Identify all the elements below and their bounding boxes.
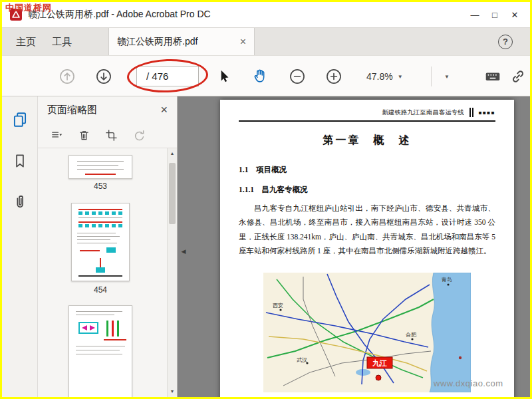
document-viewport[interactable]: ◀ 新建铁路九江至南昌客运专线 ■■■■ 第一章 概 述 1.1 项目概况 1.… — [178, 96, 530, 397]
pdf-page[interactable]: 新建铁路九江至南昌客运专线 ■■■■ 第一章 概 述 1.1 项目概况 1.1.… — [220, 100, 514, 397]
page-number-input[interactable] — [136, 66, 199, 86]
scrollbar-thumb[interactable] — [169, 163, 176, 224]
app-window: 赣江公铁两用桥.pdf - Adobe Acrobat Pro DC — □ ✕… — [0, 0, 532, 399]
thumb-line — [76, 346, 125, 346]
chapter-title: 第一章 概 述 — [239, 134, 495, 148]
window-controls: — □ ✕ — [465, 2, 525, 27]
app-body: 页面缩略图 × — [2, 96, 530, 397]
section-heading-1-1-1: 1.1.1 昌九客专概况 — [239, 185, 495, 195]
thumb-cyan-box — [96, 267, 105, 273]
thumbnail-options-button[interactable] — [50, 128, 64, 142]
paperclip-icon — [11, 194, 29, 211]
tab-bar: 主页 工具 赣江公铁两用桥.pdf × ? — [2, 27, 530, 55]
zoom-out-button[interactable] — [288, 67, 307, 86]
page-thumbnails-panel-button[interactable] — [9, 108, 31, 131]
zoom-in-button[interactable] — [325, 67, 343, 86]
zoom-level-value: 47.8% — [366, 71, 393, 82]
thumb-cyan-box — [106, 247, 116, 253]
thumbnail-scrollbar[interactable]: ▲ ▼ — [167, 148, 177, 397]
railway-map-figure: 青岛 西安 合肥 武汉 九江 — [263, 273, 471, 392]
site-watermark-top: 中国道桥网 — [5, 2, 52, 14]
caret-down-icon: ▼ — [398, 74, 403, 80]
thumb-line — [77, 233, 116, 233]
header-squares: ■■■■ — [479, 110, 495, 116]
thumb-line — [77, 169, 124, 170]
tab-home[interactable]: 主页 — [9, 28, 43, 56]
map-label-xian: 西安 — [273, 303, 283, 309]
thumb-red-line — [80, 250, 100, 251]
panel-title: 页面缩略图 — [47, 104, 97, 116]
thumb-red-line — [78, 221, 122, 223]
bookmark-icon — [11, 152, 29, 170]
main-toolbar: 47.8% ▼ ▼ — [2, 55, 530, 96]
thumbnails-panel: 页面缩略图 × — [38, 96, 178, 397]
delete-page-button[interactable] — [77, 128, 91, 142]
rotate-page-button[interactable] — [132, 128, 146, 142]
jiujiang-location-dot — [376, 375, 381, 380]
zoom-level-dropdown[interactable]: 47.8% ▼ — [366, 69, 403, 84]
thumbnail-page-455[interactable] — [68, 305, 132, 397]
thumbnail-label-453: 453 — [68, 182, 132, 191]
toolbar-separator — [431, 66, 432, 86]
document-tab[interactable]: 赣江公铁两用桥.pdf × — [108, 28, 255, 56]
thumb-red-line — [85, 174, 116, 175]
thumb-cyan-row — [78, 224, 122, 227]
select-tool-button[interactable] — [215, 67, 233, 86]
crop-page-button[interactable] — [104, 128, 118, 142]
thumb-line — [77, 165, 118, 166]
thumb-red-bar — [112, 321, 114, 336]
window-title: 赣江公铁两用桥.pdf - Adobe Acrobat Pro DC — [28, 9, 211, 21]
collapse-panel-handle[interactable]: ◀ — [179, 241, 188, 261]
thumb-line — [77, 236, 120, 237]
hand-tool-button[interactable] — [251, 67, 270, 86]
caret-down-icon: ▼ — [444, 74, 450, 80]
thumbnail-page-454[interactable] — [71, 203, 130, 281]
scrollbar-down-arrow[interactable]: ▼ — [168, 386, 177, 397]
tab-close-icon[interactable]: × — [240, 37, 246, 47]
pages-icon — [11, 111, 29, 128]
thumb-line — [77, 161, 124, 162]
map-label-hefei: 合肥 — [406, 332, 417, 338]
tab-tools[interactable]: 工具 — [45, 28, 79, 56]
panel-header: 页面缩略图 × — [38, 96, 177, 123]
scrollbar-up-arrow[interactable]: ▲ — [168, 148, 177, 159]
crop-icon — [104, 128, 118, 142]
keyboard-icon-button[interactable] — [483, 67, 502, 86]
trash-icon — [77, 128, 91, 142]
thumb-baseline — [78, 275, 122, 277]
page-header-text: 新建铁路九江至南昌客运专线 — [382, 108, 464, 117]
close-button[interactable]: ✕ — [505, 10, 525, 20]
thumb-arrow-box — [78, 322, 98, 334]
thumb-green-bar — [106, 321, 108, 336]
thumb-line — [77, 243, 117, 243]
navigation-rail — [2, 96, 38, 397]
next-page-button[interactable] — [94, 67, 113, 86]
thumb-red-line — [104, 339, 126, 340]
share-link-button[interactable] — [509, 67, 527, 86]
page-fit-dropdown[interactable]: ▼ — [441, 67, 450, 86]
thumb-line — [76, 354, 122, 354]
minimize-button[interactable]: — — [465, 10, 485, 20]
thumbnail-list: 453 454 — [38, 148, 177, 397]
map-label-qingdao: 青岛 — [441, 277, 452, 283]
panel-close-icon[interactable]: × — [160, 104, 168, 116]
document-tab-label: 赣江公铁两用桥.pdf — [117, 36, 198, 48]
thumb-red-line — [78, 209, 122, 210]
help-icon[interactable]: ? — [498, 35, 513, 49]
thumb-right-arrow — [90, 325, 95, 331]
thumb-line — [78, 217, 122, 218]
previous-page-button[interactable] — [58, 67, 76, 86]
thumbnail-page-453[interactable] — [68, 155, 132, 179]
section-heading-1-1: 1.1 项目概况 — [239, 165, 495, 175]
body-paragraph: 昌九客专自九江枢纽庐山站引出，南下经庐山市、德安县、共青城市、永修县、昌北机场，… — [239, 201, 495, 258]
maximize-button[interactable]: □ — [485, 10, 505, 20]
thumb-line — [77, 239, 110, 240]
attachments-panel-button[interactable] — [9, 191, 31, 213]
bookmarks-panel-button[interactable] — [9, 150, 31, 172]
options-list-icon — [50, 128, 64, 142]
thumb-line — [76, 311, 122, 312]
thumb-left-arrow — [82, 325, 87, 331]
map-label-jiujiang: 九江 — [372, 359, 387, 367]
thumb-red-bar — [100, 258, 101, 267]
map-label-wuhan: 武汉 — [297, 357, 307, 363]
